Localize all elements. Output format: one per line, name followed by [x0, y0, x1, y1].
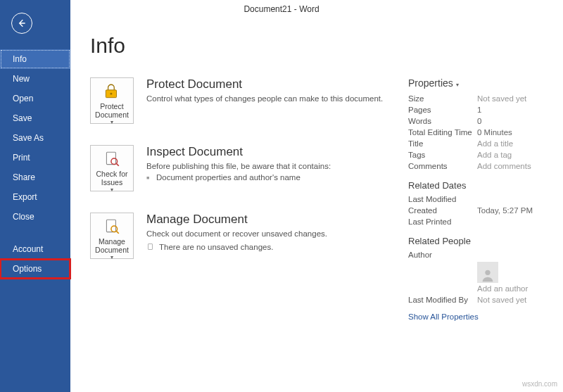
chevron-down-icon: ▾ [110, 119, 113, 125]
backstage-sidebar: Info New Open Save Save As Print Share E… [0, 0, 70, 392]
inspect-issue-item: Document properties and author's name [146, 173, 331, 182]
backstage-main: Info Protect Document ▾ Pr [70, 0, 563, 392]
prop-val-size: Not saved yet [477, 94, 526, 103]
svg-rect-8 [148, 244, 153, 250]
properties-dropdown[interactable]: Properties ▾ [408, 77, 549, 89]
svg-point-9 [485, 270, 490, 275]
prop-key-last-printed: Last Printed [408, 217, 477, 226]
prop-key-pages: Pages [408, 106, 477, 114]
sidebar-item-info[interactable]: Info [0, 49, 70, 69]
prop-val-pages: 1 [477, 106, 481, 114]
prop-val-created: Today, 5:27 PM [477, 206, 533, 215]
related-people-header: Related People [408, 236, 549, 246]
check-for-issues-button[interactable]: Check for Issues ▾ [90, 145, 134, 191]
sidebar-item-close[interactable]: Close [0, 207, 70, 227]
sidebar-item-print[interactable]: Print [0, 148, 70, 167]
manage-document-button-label: Manage Document [91, 237, 133, 254]
prop-val-comments[interactable]: Add comments [477, 162, 531, 170]
chevron-down-icon: ▾ [110, 186, 113, 193]
protect-document-button-label: Protect Document [91, 102, 133, 119]
sidebar-item-saveas[interactable]: Save As [0, 128, 70, 148]
prop-key-size: Size [408, 94, 477, 103]
prop-val-words: 0 [477, 117, 481, 125]
protect-document-button[interactable]: Protect Document ▾ [90, 77, 134, 124]
sidebar-item-save[interactable]: Save [0, 108, 70, 128]
sidebar-item-new[interactable]: New [0, 69, 70, 89]
watermark: wsxdn.com [522, 380, 557, 388]
author-avatar-placeholder [477, 262, 498, 283]
prop-key-last-modified: Last Modified [408, 195, 477, 203]
sidebar-item-share[interactable]: Share [0, 167, 70, 187]
info-column: Protect Document ▾ Protect Document Cont… [90, 77, 408, 321]
chevron-down-icon: ▾ [110, 254, 113, 260]
lock-shield-icon [103, 82, 121, 101]
document-manage-icon [103, 217, 121, 236]
document-icon [146, 242, 155, 252]
prop-key-created: Created [408, 206, 477, 215]
prop-key-words: Words [408, 117, 477, 125]
back-button[interactable] [11, 13, 32, 34]
svg-line-4 [117, 164, 119, 166]
prop-key-tags: Tags [408, 151, 477, 159]
arrow-left-icon [16, 18, 27, 29]
prop-val-editing-time: 0 Minutes [477, 128, 512, 137]
svg-line-7 [117, 232, 119, 234]
show-all-properties-link[interactable]: Show All Properties [408, 312, 549, 321]
properties-header-label: Properties [408, 77, 453, 89]
prop-key-comments: Comments [408, 162, 477, 170]
page-title: Info [90, 34, 549, 58]
protect-desc: Control what types of changes people can… [146, 94, 383, 103]
section-protect: Protect Document ▾ Protect Document Cont… [90, 77, 408, 124]
sidebar-item-open[interactable]: Open [0, 89, 70, 108]
svg-point-1 [110, 93, 113, 95]
prop-key-editing-time: Total Editing Time [408, 128, 477, 137]
sidebar-item-export[interactable]: Export [0, 187, 70, 207]
prop-key-title: Title [408, 139, 477, 148]
manage-document-button[interactable]: Manage Document ▾ [90, 213, 134, 259]
manage-desc: Check out document or recover unsaved ch… [146, 229, 327, 238]
document-search-icon [103, 150, 121, 168]
manage-title: Manage Document [146, 213, 327, 227]
no-unsaved-changes-text: There are no unsaved changes. [159, 243, 273, 251]
inspect-title: Inspect Document [146, 145, 331, 159]
person-icon [480, 267, 495, 283]
section-manage: Manage Document ▾ Manage Document Check … [90, 213, 408, 259]
prop-val-last-modified-by: Not saved yet [477, 296, 526, 304]
add-author-link[interactable]: Add an author [477, 284, 528, 293]
properties-panel: Properties ▾ SizeNot saved yet Pages1 Wo… [408, 77, 549, 321]
prop-val-title[interactable]: Add a title [477, 139, 513, 148]
inspect-desc: Before publishing this file, be aware th… [146, 162, 331, 170]
related-dates-header: Related Dates [408, 180, 549, 191]
nav-list: Info New Open Save Save As Print Share E… [0, 49, 70, 279]
sidebar-item-account[interactable]: Account [0, 239, 70, 259]
sidebar-item-options[interactable]: Options [0, 259, 70, 279]
protect-title: Protect Document [146, 77, 383, 91]
prop-val-tags[interactable]: Add a tag [477, 151, 512, 159]
prop-key-last-modified-by: Last Modified By [408, 296, 477, 304]
chevron-down-icon: ▾ [456, 82, 459, 88]
prop-key-author: Author [408, 251, 477, 259]
section-inspect: Check for Issues ▾ Inspect Document Befo… [90, 145, 408, 191]
check-for-issues-button-label: Check for Issues [91, 170, 133, 186]
